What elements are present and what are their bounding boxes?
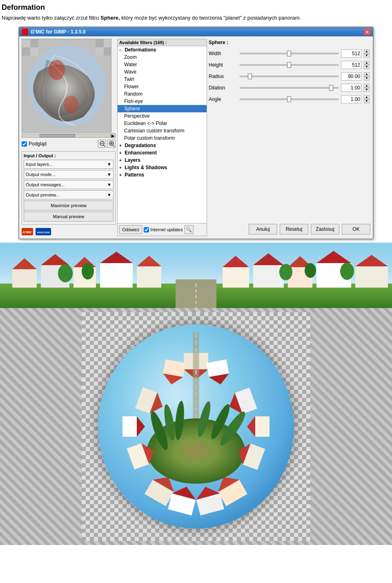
reset-button[interactable]: Resetuj	[280, 224, 308, 235]
params-panel: Sphere : Width 512 ▲ ▼ Height	[209, 39, 370, 236]
expand-icon-degradations: +	[119, 143, 122, 148]
svg-rect-6	[22, 39, 30, 47]
filter-item-flower[interactable]: Flower	[118, 83, 207, 90]
param-angle-row: Angle 1.00 ▲ ▼	[209, 95, 370, 103]
param-height-slider[interactable]	[240, 62, 339, 68]
param-width-value: 512	[341, 49, 361, 58]
scrollbar-thumb[interactable]	[40, 134, 75, 137]
cancel-button[interactable]: Anuluj	[249, 224, 277, 235]
height-slider-track	[240, 64, 339, 66]
angle-slider-thumb[interactable]	[287, 96, 291, 102]
height-spinner-up[interactable]: ▲	[364, 61, 370, 65]
width-spinner-down[interactable]: ▼	[364, 54, 370, 58]
param-height-value: 512	[341, 61, 361, 69]
radius-spinner-down[interactable]: ▼	[364, 76, 370, 80]
dilation-spinner-down[interactable]: ▼	[364, 88, 370, 92]
angle-spinner-down[interactable]: ▼	[364, 99, 370, 103]
output-mode-row: Output mode... ▼	[24, 170, 114, 179]
param-dilation-label: Dilation	[209, 85, 237, 91]
apply-button[interactable]: Zastosuj	[311, 224, 339, 235]
param-dilation-spinner: ▲ ▼	[364, 84, 370, 92]
ok-button[interactable]: OK	[342, 224, 370, 235]
output-preview-dropdown[interactable]: Output preview... ▼	[24, 190, 114, 199]
preview-checkbox[interactable]	[22, 141, 27, 147]
filter-category-patterns[interactable]: + Patterns	[118, 171, 207, 179]
left-panel: ▶ Podgląd In	[22, 39, 116, 236]
width-spinner-up[interactable]: ▲	[364, 49, 370, 54]
filter-item-perspective[interactable]: Perspective	[118, 112, 207, 120]
filter-item-polar[interactable]: Polar custom transform	[118, 134, 207, 142]
input-layers-dropdown[interactable]: Input layers... ▼	[24, 160, 114, 169]
svg-point-37	[58, 264, 73, 282]
filter-panel: Available filters (169) : − Deformations…	[117, 39, 207, 236]
filter-category-deformations[interactable]: − Deformations	[118, 46, 207, 54]
filter-header: Available filters (169) :	[118, 39, 207, 46]
param-width-slider[interactable]	[240, 50, 339, 57]
dilation-slider-thumb[interactable]	[329, 85, 333, 91]
filter-item-fisheye[interactable]: Fish-eye	[118, 98, 207, 105]
filter-category-enhancement[interactable]: + Enhancement	[118, 149, 207, 156]
param-angle-label: Angle	[209, 96, 237, 102]
param-radius-spinner: ▲ ▼	[364, 72, 370, 80]
article-body: Naprawdę warto tylko załączyć zrzut filt…	[0, 13, 392, 25]
filter-category-lights[interactable]: + Lights & Shadows	[118, 164, 207, 171]
gimp-titlebar: G'MIC for GIMP - 1.3.5.0 ×	[19, 27, 373, 36]
planet-section	[0, 308, 392, 545]
refresh-button[interactable]: Odśwież	[119, 225, 142, 234]
internet-updates-row: Internet updates	[144, 227, 183, 232]
filter-category-degradations[interactable]: + Degradations	[118, 142, 207, 149]
expand-icon-layers: +	[119, 158, 122, 163]
dilation-spinner-up[interactable]: ▲	[364, 84, 370, 88]
gimp-close-button[interactable]: ×	[364, 29, 370, 35]
zoom-out-button[interactable]	[98, 140, 106, 148]
gimp-titlebar-title: G'MIC for GIMP - 1.3.5.0	[22, 29, 86, 35]
width-slider-thumb[interactable]	[287, 51, 291, 56]
filter-item-random[interactable]: Random	[118, 90, 207, 98]
output-messages-row: Output messages... ▼	[24, 180, 114, 189]
output-messages-dropdown[interactable]: Output messages... ▼	[24, 180, 114, 189]
param-dilation-slider[interactable]	[240, 85, 339, 91]
panorama-image	[0, 243, 392, 308]
filter-item-wave[interactable]: Wave	[118, 68, 207, 76]
dropdown-arrow-icon2: ▼	[107, 172, 111, 177]
zoom-in-icon	[108, 141, 115, 147]
planet-container	[82, 312, 310, 541]
radius-spinner-up[interactable]: ▲	[364, 72, 370, 76]
internet-updates-checkbox[interactable]	[144, 227, 149, 232]
manual-preview-button[interactable]: Manual preview	[24, 212, 114, 221]
output-mode-dropdown[interactable]: Output mode... ▼	[24, 170, 114, 179]
zoom-out-icon	[99, 141, 105, 147]
svg-rect-70	[122, 416, 137, 437]
angle-spinner-up[interactable]: ▲	[364, 95, 370, 99]
internet-updates-label: Internet updates	[150, 227, 183, 232]
preview-wrapper: ▶	[22, 39, 116, 138]
height-slider-thumb[interactable]	[287, 62, 291, 68]
svg-text:G'MIC: G'MIC	[23, 230, 32, 234]
filter-category-layers[interactable]: + Layers	[118, 156, 207, 164]
maximize-preview-button[interactable]: Maximize preview	[24, 201, 114, 210]
zoom-in-button[interactable]	[107, 140, 116, 148]
input-output-section: Input / Output : Input layers... ▼ Outpu…	[22, 151, 116, 225]
article-text-after: który może być wykorzystany do tworzenia…	[120, 15, 301, 21]
param-radius-slider[interactable]	[240, 73, 339, 80]
filter-item-euclidean[interactable]: Euclidean <-> Polar	[118, 120, 207, 127]
param-angle-slider[interactable]	[240, 96, 339, 103]
scroll-right-btn[interactable]: ▶	[111, 133, 116, 138]
preview-scrollbar-h[interactable]	[22, 134, 111, 138]
io-title: Input / Output :	[24, 153, 114, 158]
planet-svg	[98, 324, 294, 529]
filter-item-sphere[interactable]: Sphere	[118, 105, 207, 112]
param-height-row: Height 512 ▲ ▼	[209, 61, 370, 69]
article-text-bold: Sphere,	[100, 15, 120, 21]
height-spinner-down[interactable]: ▼	[364, 65, 370, 69]
filter-item-twirl[interactable]: Twirl	[118, 76, 207, 83]
svg-rect-41	[253, 265, 284, 288]
filter-item-water[interactable]: Water	[118, 61, 207, 68]
svg-rect-9	[104, 39, 111, 47]
filter-item-zoom[interactable]: Zoom	[118, 54, 207, 61]
svg-line-17	[113, 145, 114, 147]
radius-slider-thumb[interactable]	[248, 74, 252, 79]
param-radius-value: 90.00	[341, 72, 361, 80]
search-button[interactable]: 🔍	[185, 225, 194, 234]
filter-item-cartesian[interactable]: Cartesian custom transform	[118, 127, 207, 134]
